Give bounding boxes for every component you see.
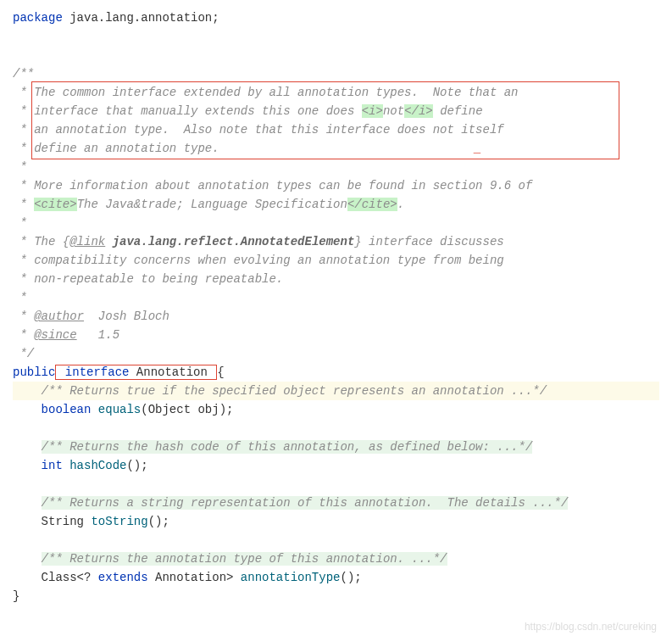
doc-line-1: * The common interface extended by all a… (13, 83, 659, 102)
method4-sig: Class<? extends Annotation> annotationTy… (13, 568, 659, 587)
annotationtype-method: annotationType (241, 571, 341, 584)
interface-decl: public interface Annotation { (13, 363, 659, 382)
tag-i-open: <i> (362, 104, 383, 118)
doc-line-10: * compatibility concerns when evolving a… (13, 251, 659, 270)
interface-keyword: interface (58, 365, 136, 379)
package-name: java.lang.annotation; (63, 11, 219, 25)
doc-close: */ (13, 344, 659, 363)
doc-author-line: * @author Josh Bloch (13, 307, 659, 326)
doc-star-1: * (13, 158, 659, 176)
method4-doc: /** Returns the annotation type of this … (13, 550, 659, 568)
method3-doc: /** Returns a string representation of t… (13, 494, 659, 512)
method2-sig: int hashCode(); (13, 456, 659, 475)
doc-since-line: * @since 1.5 (13, 326, 659, 344)
tag-cite-open: <cite> (34, 198, 76, 211)
doc-star-3: * (13, 288, 659, 307)
package-keyword: package (13, 11, 63, 25)
tostring-method: toString (91, 515, 147, 528)
doc-line-9: * The {@link java.lang.reflect.Annotated… (13, 232, 659, 251)
brace-close: } (13, 587, 659, 605)
tag-i-close: </i> (404, 104, 433, 118)
doc-line-11: * non-repeatable to being repeatable. (13, 270, 659, 288)
code-area: package java.lang.annotation; /** * The … (13, 8, 659, 605)
hashcode-method: hashCode (69, 459, 126, 472)
package-line: package java.lang.annotation; (13, 8, 659, 27)
doc-line-4: * define an annotation type._ (13, 139, 659, 158)
author-tag: @author (34, 310, 84, 323)
since-tag: @since (34, 328, 76, 342)
doc-star-2: * (13, 214, 659, 232)
tag-cite-close: </cite> (347, 198, 397, 211)
doc-line-2: * interface that manually extends this o… (13, 102, 659, 120)
method3-sig: String toString(); (13, 512, 659, 531)
link-tag: @link (69, 235, 105, 248)
doc-open: /** (13, 64, 659, 83)
method1-sig: boolean equals(Object obj); (13, 400, 659, 419)
extends-keyword: extends (98, 571, 148, 584)
doc-line-7: * <cite>The Java&trade; Language Specifi… (13, 195, 659, 214)
doc-line-3: * an annotation type. Also note that thi… (13, 120, 659, 139)
public-keyword: public (13, 365, 55, 379)
link-target: java.lang.reflect.AnnotatedElement (113, 235, 355, 248)
equals-method: equals (98, 403, 141, 416)
interface-name: Annotation (136, 365, 214, 379)
doc-line-6: * More information about annotation type… (13, 176, 659, 195)
method1-doc: /** Returns true if the specified object… (13, 382, 659, 400)
method2-doc: /** Returns the hash code of this annota… (13, 438, 659, 456)
red-caret: _ (474, 142, 480, 155)
